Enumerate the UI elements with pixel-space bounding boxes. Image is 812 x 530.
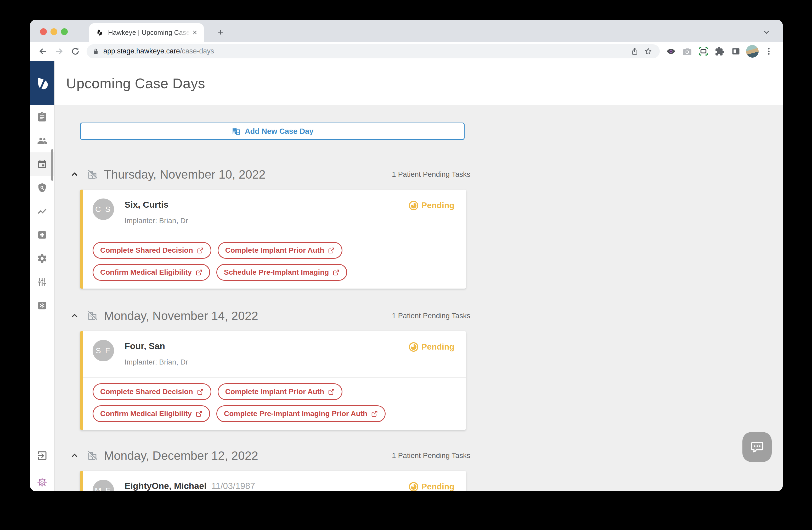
sidebar-scrollbar[interactable] (51, 149, 53, 181)
status-badge: Pending (409, 200, 454, 210)
task-chip-label: Confirm Medical Eligibility (100, 268, 192, 277)
chat-widget-button[interactable] (742, 432, 772, 462)
favicon-drop-icon (96, 29, 103, 37)
patient-avatar: C S (92, 198, 114, 220)
app-frame: Upcoming Case Days Add New Case Day (30, 61, 783, 491)
status-badge: Pending (409, 482, 454, 491)
patient-dob: 11/03/1987 (212, 481, 255, 491)
camera-extension-icon[interactable] (679, 43, 695, 59)
patient-implanter: Implanter: Brian, Dr (125, 358, 188, 366)
case-day-date: Monday, November 14, 2022 (104, 309, 258, 323)
minimize-window-button[interactable] (50, 28, 57, 35)
open-in-new-icon (371, 410, 378, 417)
open-in-new-icon (197, 247, 204, 254)
collapse-chevron-icon[interactable] (69, 310, 80, 322)
status-label: Pending (421, 200, 454, 210)
extensions-puzzle-icon[interactable] (712, 43, 728, 59)
sidebar-item-review[interactable] (30, 176, 54, 199)
patient-avatar: S F (92, 340, 114, 361)
task-chip-label: Complete Implant Prior Auth (225, 246, 324, 254)
patient-name: EightyOne, Michael11/03/1987 (125, 481, 255, 491)
sidebar-item-case-days[interactable] (30, 152, 54, 176)
task-chip[interactable]: Complete Implant Prior Auth (218, 383, 343, 400)
sidebar-item-admin-settings[interactable] (30, 294, 54, 317)
gear-icon (37, 253, 47, 264)
task-chip[interactable]: Complete Shared Decision (92, 242, 212, 259)
case-day-date: Thursday, November 10, 2022 (104, 167, 265, 181)
open-in-new-icon (195, 410, 202, 417)
screenshot-extension-icon[interactable] (695, 43, 712, 59)
page-body: Add New Case Day Thursday, November 10, … (55, 105, 783, 491)
task-chip[interactable]: Confirm Medical Eligibility (92, 405, 210, 422)
browser-tab[interactable]: Hawkeye | Upcoming Case Day (89, 23, 204, 42)
plus-box-icon (37, 229, 47, 240)
sidebar-item-filters[interactable] (30, 270, 54, 294)
logout-icon[interactable] (35, 449, 49, 462)
patient-card: C S Six, Curtis Implanter: Brian, Dr Pen… (80, 190, 466, 289)
browser-window: Hawkeye | Upcoming Case Day app.stage.ha… (30, 20, 783, 491)
page-header: Upcoming Case Days (55, 61, 783, 105)
patient-row[interactable]: M E EightyOne, Michael11/03/1987 Pending (83, 471, 466, 491)
collapse-chevron-icon[interactable] (69, 450, 80, 461)
case-day-section-header: Monday, November 14, 2022 1 Patient Pend… (66, 306, 470, 325)
close-window-button[interactable] (40, 28, 47, 35)
task-chip-list: Complete Shared Decision Complete Implan… (83, 378, 466, 430)
address-bar[interactable]: app.stage.hawkeye.care/case-days (87, 44, 660, 58)
eye-extension-icon[interactable] (663, 43, 679, 59)
shield-search-icon (37, 182, 47, 193)
building-disabled-icon (87, 169, 98, 180)
open-in-new-icon (328, 388, 335, 395)
task-chip[interactable]: Complete Implant Prior Auth (218, 242, 343, 259)
virus-icon[interactable] (36, 476, 48, 489)
task-chip-label: Complete Shared Decision (100, 388, 193, 396)
new-tab-button[interactable] (213, 25, 228, 40)
patient-name: Four, San (125, 341, 188, 351)
building-add-icon (231, 126, 241, 136)
sidebar-item-assignments[interactable] (30, 105, 54, 129)
main-content: Upcoming Case Days Add New Case Day (55, 61, 783, 491)
add-new-case-day-button[interactable]: Add New Case Day (80, 123, 465, 140)
task-chip-label: Complete Implant Prior Auth (225, 388, 324, 396)
sidebar-item-patients[interactable] (30, 129, 54, 152)
sidebar-item-medical[interactable] (30, 223, 54, 247)
bookmark-star-icon[interactable] (641, 44, 655, 58)
reload-icon[interactable] (67, 43, 84, 59)
task-chip[interactable]: Complete Shared Decision (92, 383, 212, 400)
zoom-window-button[interactable] (61, 28, 68, 35)
calendar-icon (37, 159, 47, 169)
hawkeye-logo[interactable] (30, 61, 54, 105)
window-controls (40, 28, 68, 35)
add-new-case-day-label: Add New Case Day (245, 127, 314, 136)
sidebar-nav (30, 105, 54, 317)
task-chip[interactable]: Complete Pre-Implant Imaging Prior Auth (216, 405, 386, 422)
task-chip[interactable]: Confirm Medical Eligibility (92, 264, 210, 281)
open-in-new-icon (333, 269, 339, 276)
patient-info: Four, San Implanter: Brian, Dr (125, 340, 188, 366)
status-label: Pending (421, 342, 454, 352)
lock-icon (92, 47, 100, 55)
side-panel-icon[interactable] (728, 43, 744, 59)
page-title: Upcoming Case Days (66, 75, 205, 92)
back-icon[interactable] (35, 43, 51, 59)
patient-info: EightyOne, Michael11/03/1987 (125, 480, 255, 491)
sidebar-item-settings[interactable] (30, 247, 54, 270)
task-chip[interactable]: Schedule Pre-Implant Imaging (216, 264, 347, 281)
status-label: Pending (421, 482, 454, 491)
sidebar-item-analytics[interactable] (30, 199, 54, 223)
task-chip-label: Complete Pre-Implant Imaging Prior Auth (224, 409, 367, 418)
tab-search-chevron-icon[interactable] (761, 26, 772, 38)
forward-icon[interactable] (51, 43, 67, 59)
collapse-chevron-icon[interactable] (69, 169, 80, 180)
profile-avatar[interactable] (746, 45, 759, 58)
patient-avatar: M E (92, 480, 114, 491)
browser-menu-dots-icon[interactable] (761, 43, 777, 59)
case-day-section-header: Thursday, November 10, 2022 1 Patient Pe… (66, 165, 470, 184)
case-day-section-header: Monday, December 12, 2022 1 Patient Pend… (66, 446, 470, 465)
patient-card: M E EightyOne, Michael11/03/1987 Pending (80, 471, 466, 491)
patient-row[interactable]: S F Four, San Implanter: Brian, Dr Pendi… (83, 331, 466, 377)
building-disabled-icon (87, 310, 98, 322)
patient-row[interactable]: C S Six, Curtis Implanter: Brian, Dr Pen… (83, 190, 466, 236)
tab-close-icon[interactable] (190, 27, 200, 38)
task-chip-label: Confirm Medical Eligibility (100, 409, 192, 418)
share-icon[interactable] (628, 44, 641, 58)
